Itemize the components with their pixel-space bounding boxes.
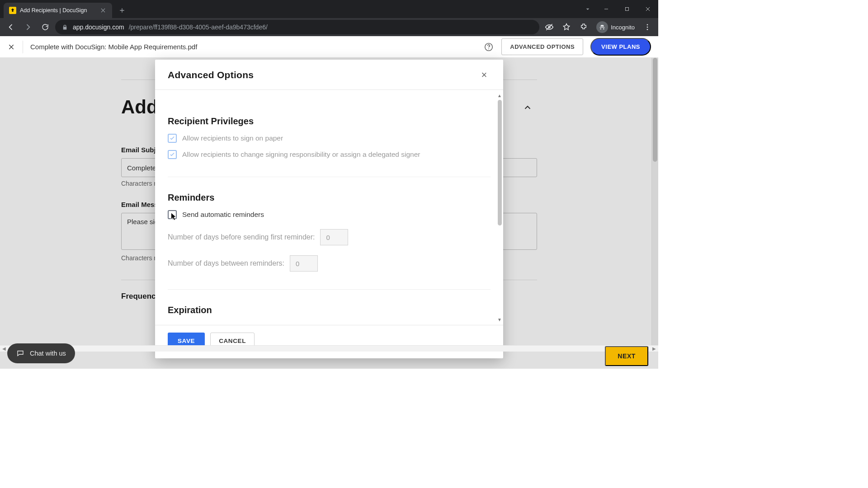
incognito-icon xyxy=(596,21,608,33)
advanced-options-button[interactable]: ADVANCED OPTIONS xyxy=(501,38,583,55)
option-label: Send automatic reminders xyxy=(182,211,264,219)
allow-sign-on-paper-option[interactable]: Allow recipients to sign on paper xyxy=(168,134,491,143)
chat-label: Chat with us xyxy=(30,350,66,357)
svg-point-2 xyxy=(647,24,648,25)
svg-point-4 xyxy=(647,29,648,30)
url-path: /prepare/ff139f88-d308-4005-aeef-da9b473… xyxy=(129,23,268,31)
option-label: Allow recipients to change signing respo… xyxy=(182,150,420,159)
scroll-up-icon[interactable]: ▲ xyxy=(497,93,502,98)
svg-point-3 xyxy=(647,27,648,28)
nav-forward-icon xyxy=(21,20,35,34)
new-tab-button[interactable] xyxy=(116,4,128,17)
bookmark-star-icon[interactable] xyxy=(559,20,574,34)
checkbox-checked-icon xyxy=(168,134,177,143)
scroll-down-icon[interactable]: ▼ xyxy=(497,317,502,322)
app-header: Complete with DocuSign: Mobile App Requi… xyxy=(0,36,658,58)
recipient-privileges-heading: Recipient Privileges xyxy=(168,116,491,127)
field-label: Number of days before sending first remi… xyxy=(168,233,315,241)
days-between-reminders-row: Number of days between reminders: xyxy=(168,255,491,272)
address-bar[interactable]: app.docusign.com/prepare/ff139f88-d308-4… xyxy=(55,20,539,34)
days-between-reminders-input[interactable] xyxy=(290,255,318,272)
svg-rect-0 xyxy=(626,8,629,11)
incognito-label: Incognito xyxy=(611,24,635,31)
window-minimize-icon[interactable] xyxy=(596,2,617,16)
browser-toolbar: app.docusign.com/prepare/ff139f88-d308-4… xyxy=(0,18,658,36)
allow-change-responsibility-option[interactable]: Allow recipients to change signing respo… xyxy=(168,150,491,159)
eye-blocked-icon[interactable] xyxy=(542,20,557,34)
tab-title: Add Recipients | DocuSign xyxy=(20,7,96,14)
scroll-right-icon[interactable]: ▶ xyxy=(651,346,657,352)
docusign-favicon xyxy=(9,7,16,14)
browser-tab[interactable]: Add Recipients | DocuSign xyxy=(4,3,112,18)
days-before-first-reminder-row: Number of days before sending first remi… xyxy=(168,229,491,245)
next-button[interactable]: NEXT xyxy=(605,346,648,366)
tab-close-icon[interactable] xyxy=(99,7,107,14)
field-label: Number of days between reminders: xyxy=(168,259,284,267)
checkbox-unchecked-icon xyxy=(168,210,177,219)
incognito-indicator[interactable]: Incognito xyxy=(594,21,637,33)
page-body: Add Email Subje Characters re Email Mess… xyxy=(0,58,658,369)
url-host: app.docusign.com xyxy=(73,23,124,31)
tabs-dropdown-icon[interactable] xyxy=(580,2,596,16)
option-label: Allow recipients to sign on paper xyxy=(182,134,283,142)
window-maximize-icon[interactable] xyxy=(617,2,637,16)
nav-reload-icon[interactable] xyxy=(38,20,52,34)
chat-with-us-button[interactable]: Chat with us xyxy=(7,343,75,363)
page-horizontal-scrollbar[interactable]: ◀ ▶ xyxy=(0,345,658,352)
chat-icon xyxy=(16,349,24,357)
advanced-options-modal: Advanced Options × ▲ ▼ Recipient Privile… xyxy=(155,60,503,358)
modal-scrollbar[interactable]: ▲ ▼ xyxy=(497,93,502,322)
nav-back-icon[interactable] xyxy=(4,20,18,34)
divider xyxy=(23,41,23,53)
modal-title: Advanced Options xyxy=(168,70,254,80)
modal-close-icon[interactable]: × xyxy=(478,69,491,81)
days-before-first-reminder-input[interactable] xyxy=(320,229,348,245)
document-title: Complete with DocuSign: Mobile App Requi… xyxy=(30,43,197,51)
reminders-heading: Reminders xyxy=(168,192,491,203)
help-icon[interactable] xyxy=(483,42,494,52)
secure-lock-icon xyxy=(61,24,68,31)
extensions-icon[interactable] xyxy=(576,20,591,34)
browser-menu-icon[interactable] xyxy=(640,20,655,34)
svg-point-6 xyxy=(488,48,489,49)
browser-tab-strip: Add Recipients | DocuSign xyxy=(0,0,658,18)
expiration-heading: Expiration xyxy=(168,305,491,315)
send-automatic-reminders-option[interactable]: Send automatic reminders xyxy=(168,210,491,219)
modal-scrollbar-thumb[interactable] xyxy=(498,100,502,225)
window-close-icon[interactable] xyxy=(637,2,658,16)
view-plans-button[interactable]: VIEW PLANS xyxy=(590,38,651,56)
scroll-left-icon[interactable]: ◀ xyxy=(1,346,7,352)
close-prepare-icon[interactable] xyxy=(7,43,15,51)
checkbox-checked-icon xyxy=(168,150,177,159)
